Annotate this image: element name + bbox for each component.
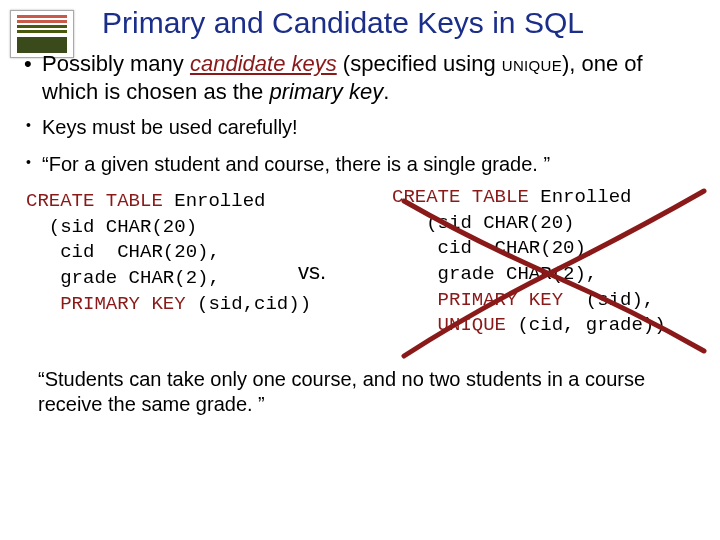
code-block-right: CREATE TABLE Enrolled (sid CHAR(20) cid …	[392, 185, 712, 339]
code-block-left: CREATE TABLE Enrolled (sid CHAR(20) cid …	[26, 189, 346, 317]
bullet-keys-careful: Keys must be used carefully!	[42, 115, 696, 140]
bullet-list: Possibly many candidate keys (specified …	[24, 50, 696, 105]
code-text: (sid),	[574, 289, 654, 311]
code-text: Enrolled	[529, 186, 632, 208]
text: Possibly many	[42, 51, 190, 76]
sub-bullet-list: Keys must be used carefully! “For a give…	[24, 115, 696, 177]
text: .	[383, 79, 389, 104]
code-text: grade CHAR(2),	[26, 267, 220, 289]
slide: Primary and Candidate Keys in SQL Possib…	[0, 0, 720, 540]
code-comparison: CREATE TABLE Enrolled (sid CHAR(20) cid …	[24, 189, 696, 359]
code-text: (sid,cid))	[197, 293, 311, 315]
code-text: (cid, grade))	[517, 314, 665, 336]
code-text: (sid CHAR(20)	[26, 216, 197, 238]
bullet-single-grade: “For a given student and course, there i…	[42, 152, 696, 177]
code-text: cid CHAR(20),	[392, 237, 597, 259]
term-unique: UNIQUE	[502, 51, 562, 76]
closing-quote: “Students can take only one course, and …	[38, 367, 686, 417]
vs-label: vs.	[298, 259, 326, 285]
keyword-create-table: CREATE TABLE	[392, 186, 529, 208]
keyword-primary-key: PRIMARY KEY	[26, 293, 197, 315]
code-text: grade CHAR(2),	[392, 263, 597, 285]
bullet-candidate-keys: Possibly many candidate keys (specified …	[42, 50, 696, 105]
code-text: cid CHAR(20),	[26, 241, 220, 263]
text: (specified using	[337, 51, 502, 76]
code-text: (sid CHAR(20)	[392, 212, 574, 234]
term-primary-key: primary key	[269, 79, 383, 104]
slide-title: Primary and Candidate Keys in SQL	[24, 6, 696, 40]
keyword-create-table: CREATE TABLE	[26, 190, 163, 212]
keyword-unique: UNIQUE	[392, 314, 517, 336]
code-text: Enrolled	[163, 190, 266, 212]
term-candidate-keys: candidate keys	[190, 51, 337, 76]
keyword-primary-key: PRIMARY KEY	[392, 289, 574, 311]
